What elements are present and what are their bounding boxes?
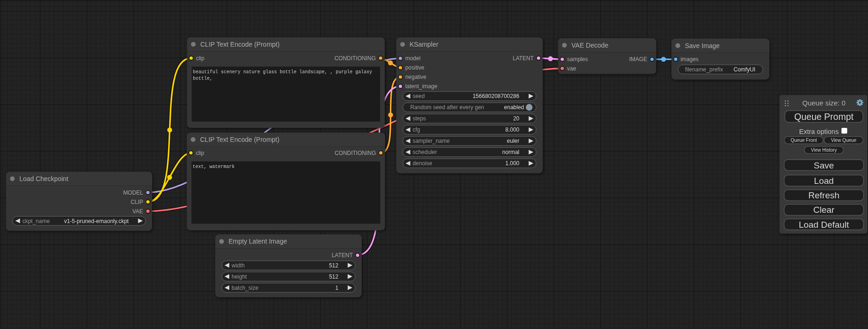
svg-text:CLIP Text Encode (Prompt): CLIP Text Encode (Prompt): [200, 41, 280, 48]
svg-text:LATENT: LATENT: [332, 252, 353, 259]
svg-text:512: 512: [329, 273, 339, 280]
svg-text:bottle,: bottle,: [193, 76, 212, 81]
svg-text:ComfyUI: ComfyUI: [734, 66, 755, 73]
svg-text:filename_prefix: filename_prefix: [685, 66, 723, 73]
svg-text:LATENT: LATENT: [513, 55, 534, 62]
svg-text:CLIP: CLIP: [131, 199, 143, 205]
svg-text:View Queue: View Queue: [831, 138, 857, 143]
svg-text:View History: View History: [811, 147, 837, 153]
svg-text:normal: normal: [502, 149, 520, 155]
svg-text:Random seed after every gen: Random seed after every gen: [410, 104, 484, 111]
svg-text:Queue size: 0: Queue size: 0: [802, 99, 846, 107]
svg-text:Load Checkpoint: Load Checkpoint: [19, 175, 68, 182]
svg-text:CONDITIONING: CONDITIONING: [335, 150, 376, 156]
svg-text:CLIP Text Encode (Prompt): CLIP Text Encode (Prompt): [200, 136, 280, 143]
svg-text:images: images: [680, 56, 699, 63]
svg-text:width: width: [231, 262, 245, 269]
svg-text:Refresh: Refresh: [808, 190, 840, 200]
svg-text:model: model: [405, 55, 421, 62]
svg-text:VAE: VAE: [132, 208, 143, 215]
svg-text:Empty Latent Image: Empty Latent Image: [229, 238, 288, 245]
svg-text:seed: seed: [413, 93, 425, 99]
svg-text:negative: negative: [405, 74, 427, 80]
svg-text:VAE Decode: VAE Decode: [572, 42, 608, 49]
svg-text:scheduler: scheduler: [413, 149, 437, 155]
svg-text:enabled: enabled: [504, 104, 524, 111]
svg-text:beautiful scenery nature glass: beautiful scenery nature glass bottle la…: [193, 70, 372, 75]
svg-text:vae: vae: [567, 65, 577, 72]
svg-text:Queue Front: Queue Front: [790, 138, 817, 143]
svg-text:positive: positive: [405, 64, 424, 71]
svg-text:v1-5-pruned-emaonly.ckpt: v1-5-pruned-emaonly.ckpt: [64, 218, 129, 224]
svg-text:512: 512: [329, 262, 339, 269]
svg-text:cfg: cfg: [413, 126, 420, 133]
svg-text:clip: clip: [196, 55, 205, 62]
svg-text:height: height: [232, 273, 247, 280]
svg-text:IMAGE: IMAGE: [629, 56, 647, 63]
svg-text:Load: Load: [814, 176, 833, 186]
svg-text:euler: euler: [507, 138, 520, 144]
svg-text:MODEL: MODEL: [123, 189, 143, 196]
svg-text:batch_size: batch_size: [232, 285, 259, 291]
svg-text:1: 1: [335, 285, 339, 291]
svg-text:20: 20: [513, 115, 520, 122]
svg-text:denoise: denoise: [413, 160, 432, 167]
svg-text:Save: Save: [814, 161, 834, 170]
svg-text:ckpt_name: ckpt_name: [22, 218, 50, 224]
svg-text:8.000: 8.000: [505, 126, 519, 133]
svg-text:latent_image: latent_image: [405, 83, 438, 90]
svg-text:1.000: 1.000: [505, 160, 519, 167]
svg-text:Queue Prompt: Queue Prompt: [794, 112, 854, 122]
svg-text:Extra options: Extra options: [799, 128, 839, 135]
svg-text:text, watermark: text, watermark: [193, 164, 235, 169]
svg-text:CONDITIONING: CONDITIONING: [334, 55, 376, 62]
svg-text:steps: steps: [413, 115, 426, 122]
svg-text:samples: samples: [567, 56, 588, 63]
svg-text:Save Image: Save Image: [685, 42, 720, 49]
svg-text:156680208700286: 156680208700286: [473, 93, 519, 99]
svg-text:KSampler: KSampler: [409, 41, 438, 48]
svg-text:Load Default: Load Default: [799, 220, 849, 230]
svg-text:sampler_name: sampler_name: [413, 138, 450, 144]
svg-text:clip: clip: [196, 150, 204, 156]
svg-text:Clear: Clear: [813, 205, 835, 215]
